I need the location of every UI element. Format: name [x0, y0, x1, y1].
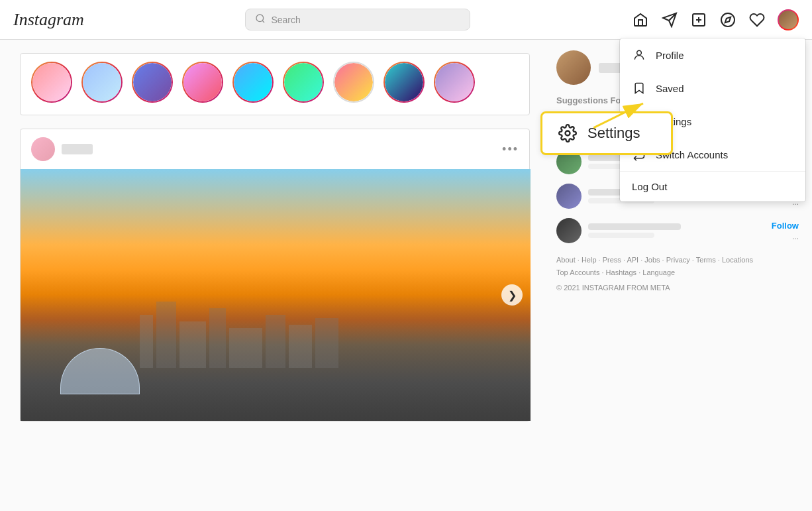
nav-icons — [632, 9, 799, 30]
story-item[interactable] — [182, 62, 223, 107]
post-header: ••• — [21, 129, 529, 169]
story-item[interactable] — [81, 62, 123, 107]
search-input[interactable] — [271, 15, 460, 25]
search-bar[interactable] — [245, 9, 470, 30]
post-container: ••• — [20, 129, 530, 422]
footer-copyright: © 2021 INSTAGRAM FROM META — [556, 284, 799, 292]
bookmark-icon — [632, 81, 646, 95]
suggestion-row: Follow ... — [556, 218, 799, 243]
svg-rect-12 — [266, 315, 285, 368]
heart-icon[interactable] — [748, 11, 766, 28]
search-icon — [255, 13, 266, 26]
header: Instagram — [0, 0, 812, 40]
follow-button[interactable]: Follow — [772, 221, 799, 231]
feed: ••• — [0, 40, 543, 511]
post-image-background — [21, 169, 531, 421]
sidebar-user-avatar — [556, 50, 591, 85]
story-avatar — [383, 62, 425, 103]
svg-rect-11 — [229, 328, 262, 368]
suggestion-sub — [588, 233, 654, 238]
story-item[interactable] — [31, 62, 72, 107]
story-item[interactable] — [232, 62, 274, 107]
svg-point-15 — [637, 50, 642, 55]
home-icon[interactable] — [632, 11, 649, 28]
dropdown-saved-label: Saved — [656, 83, 684, 94]
footer-about[interactable]: About — [556, 256, 576, 264]
city-overlay — [140, 288, 338, 368]
compass-icon[interactable] — [719, 11, 736, 28]
story-item[interactable] — [434, 62, 475, 107]
svg-rect-14 — [315, 318, 338, 368]
suggestion-name — [588, 223, 681, 230]
send-icon[interactable] — [661, 11, 678, 28]
story-avatar — [283, 62, 324, 103]
footer-locations[interactable]: Locations — [722, 256, 753, 264]
post-image: ❯ — [21, 169, 531, 421]
footer-language[interactable]: Language — [642, 268, 675, 276]
instagram-logo[interactable]: Instagram — [13, 10, 84, 30]
svg-point-0 — [256, 15, 264, 22]
dropdown-item-profile[interactable]: Profile — [620, 38, 805, 72]
create-icon[interactable] — [690, 11, 707, 28]
svg-rect-7 — [140, 315, 153, 368]
story-avatar — [232, 62, 274, 103]
footer-jobs[interactable]: Jobs — [644, 256, 660, 264]
svg-rect-9 — [179, 321, 206, 368]
svg-marker-6 — [725, 17, 731, 22]
post-more-button[interactable]: ••• — [502, 142, 519, 156]
dropdown-logout-label: Log Out — [632, 181, 667, 192]
story-avatar — [31, 62, 72, 103]
svg-rect-8 — [156, 302, 176, 368]
story-item[interactable] — [283, 62, 324, 107]
footer-api[interactable]: API — [627, 256, 638, 264]
story-item[interactable] — [383, 62, 425, 107]
story-avatar — [434, 62, 475, 103]
more-options-button[interactable]: ... — [792, 232, 799, 241]
footer-hashtags[interactable]: Hashtags — [606, 268, 636, 276]
suggestion-avatar — [556, 218, 582, 243]
footer-privacy[interactable]: Privacy — [666, 256, 690, 264]
svg-point-17 — [566, 131, 570, 136]
user-avatar[interactable] — [778, 9, 799, 30]
footer-help[interactable]: Help — [582, 256, 597, 264]
footer-top-accounts[interactable]: Top Accounts — [556, 268, 599, 276]
footer-press[interactable]: Press — [603, 256, 621, 264]
svg-rect-13 — [289, 325, 312, 368]
story-avatar — [132, 62, 173, 103]
story-avatar — [81, 62, 123, 103]
story-avatar — [182, 62, 223, 103]
post-avatar — [31, 137, 55, 161]
avatar-inner — [779, 11, 797, 29]
story-item[interactable] — [333, 62, 374, 107]
suggestion-info — [588, 223, 765, 238]
footer-links: About · Help · Press · API · Jobs · Priv… — [556, 254, 799, 278]
next-post-button[interactable]: ❯ — [501, 284, 523, 306]
dropdown-profile-label: Profile — [656, 50, 684, 61]
sidebar-username — [599, 63, 623, 73]
dropdown-item-logout[interactable]: Log Out — [620, 172, 805, 201]
callout-arrow — [593, 98, 653, 131]
story-item[interactable] — [132, 62, 173, 107]
footer-terms[interactable]: Terms — [696, 256, 716, 264]
story-avatar — [333, 62, 374, 103]
stories-container — [20, 53, 530, 115]
svg-line-19 — [593, 103, 643, 128]
callout-settings-icon — [557, 123, 578, 144]
person-icon — [632, 48, 646, 62]
svg-point-5 — [721, 13, 735, 27]
suggestion-avatar — [556, 184, 582, 209]
post-username — [62, 144, 93, 154]
svg-line-1 — [263, 21, 265, 23]
svg-rect-10 — [209, 308, 226, 368]
